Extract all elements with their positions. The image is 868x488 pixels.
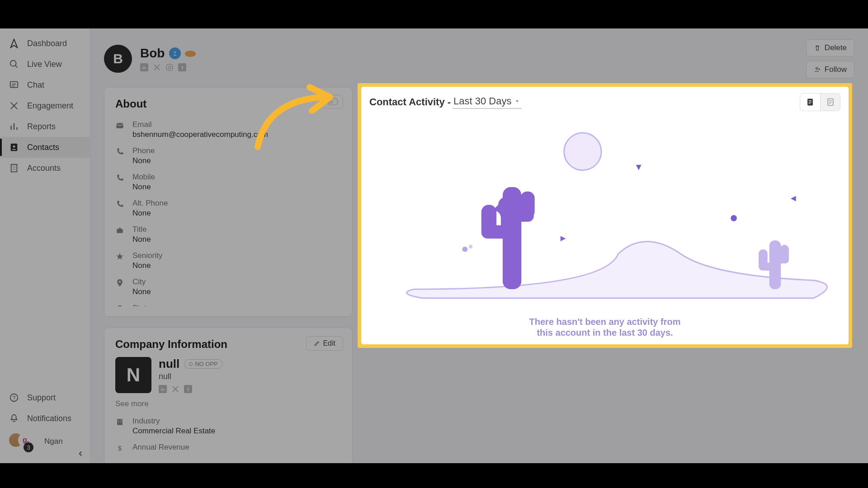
sidebar-item-chat[interactable]: Chat [0,75,90,95]
svg-text:in: in [161,387,165,392]
person-add-icon [814,66,821,73]
field-seniority: SeniorityNone [115,248,341,274]
contact-name-row: Bob [140,46,196,61]
follow-button-label: Follow [825,65,847,74]
globe-search-icon [8,59,20,69]
svg-text:f: f [181,65,183,70]
svg-point-12 [168,66,171,69]
company-edit-button[interactable]: Edit [306,336,343,351]
activity-view-list-button[interactable] [800,94,820,111]
company-card: Company Information Edit N null [104,328,353,463]
svg-point-17 [329,99,334,104]
empty-state-text: There hasn't been any activity from this… [369,316,840,338]
sidebar-item-label: Live View [27,60,62,69]
svg-rect-40 [512,209,534,222]
about-card: About Email bshennum@cooperativecomputin… [104,87,353,317]
sidebar-item-notifications[interactable]: Notifications [0,408,90,429]
chat-icon [8,80,20,90]
sidebar-item-label: Accounts [27,164,61,173]
see-more-link[interactable]: See more [115,399,341,408]
field-label: Email [132,120,341,129]
linkedin-icon[interactable]: in [140,63,148,71]
company-avatar: N [115,357,151,393]
dollar-icon: $ [115,443,127,453]
sidebar-item-accounts[interactable]: Accounts [0,158,90,178]
sidebar-item-label: Contacts [27,143,59,152]
sidebar-item-contacts[interactable]: Contacts [0,137,90,158]
email-icon [115,120,127,130]
svg-rect-43 [759,263,774,271]
linkedin-icon[interactable]: in [159,385,167,393]
phone-icon [115,173,127,183]
svg-point-21 [119,281,121,282]
svg-rect-1 [10,82,18,88]
svg-point-46 [731,215,737,221]
svg-text:?: ? [13,395,16,401]
no-opp-chip: NO OPP [184,359,223,369]
activity-card: Contact Activity - Last 30 Days [361,87,849,344]
delete-button-label: Delete [825,43,847,52]
company-subname: null [159,372,223,381]
svg-rect-11 [166,64,173,70]
contact-avatar: B [104,45,132,73]
barchart-icon [8,122,20,131]
sidebar-item-liveview[interactable]: Live View [0,54,90,75]
sidebar-item-support[interactable]: ? Support [0,387,90,408]
x-twitter-icon[interactable] [153,63,161,71]
instagram-icon[interactable] [165,63,174,71]
about-title: About [115,98,341,110]
svg-point-8 [185,51,196,57]
building-icon [115,417,127,427]
about-edit-button[interactable] [322,95,343,108]
svg-rect-45 [774,256,789,263]
svg-text:$: $ [118,444,122,452]
sidebar-item-label: Support [27,393,56,403]
field-email: Email bshennum@cooperativecomputing.com [115,117,341,143]
contact-header: B Bob in f [90,28,868,83]
sidebar-item-dashboard[interactable]: Dashboard [0,33,90,54]
contacts-icon [8,142,20,152]
svg-point-7 [175,52,176,53]
svg-rect-29 [121,420,122,421]
sidebar-item-engagement[interactable]: Engagement [0,95,90,116]
activity-range-dropdown[interactable]: Last 30 Days [453,95,521,109]
svg-rect-20 [119,228,121,229]
delete-button[interactable]: Delete [806,39,854,56]
activity-card-highlight: Contact Activity - Last 30 Days [358,83,852,348]
field-altphone: Alt. PhoneNone [115,195,341,221]
facebook-icon[interactable]: f [178,63,186,71]
svg-point-35 [564,133,602,170]
facebook-icon[interactable]: f [184,385,192,393]
phone-icon [115,199,127,209]
activity-header: Contact Activity - Last 30 Days [369,93,840,111]
collapse-sidebar-button[interactable] [76,450,85,458]
field-city: CityNone [115,274,341,300]
bell-icon [8,413,20,423]
engagement-icon [8,101,20,111]
user-name: Ngan [44,437,63,446]
trash-icon [814,44,821,52]
field-phone: PhoneNone [115,143,341,169]
chevron-down-icon [514,99,520,104]
salesforce-cloud-icon [184,49,196,57]
field-revenue: $ Annual Revenue [115,439,341,456]
svg-rect-28 [118,420,119,421]
svg-rect-19 [117,229,123,233]
location-icon [115,304,127,306]
document-alt-icon [826,98,835,107]
sidebar-item-reports[interactable]: Reports [0,116,90,137]
sidebar-item-label: Notifications [27,414,71,423]
sidebar-item-label: Reports [27,122,56,131]
phone-icon [115,146,127,156]
activity-view-grid-button[interactable] [820,94,840,111]
follow-button[interactable]: Follow [806,61,854,78]
star-icon [115,251,127,261]
activity-view-toggle [800,93,840,111]
sidebar-item-label: Chat [27,80,44,90]
field-industry: IndustryCommercial Real Estate [115,413,341,439]
x-twitter-icon[interactable] [171,385,179,393]
svg-rect-18 [117,123,123,128]
briefcase-icon [115,225,127,235]
social-icons: in f [140,63,196,71]
company-name-row: null NO OPP [159,357,223,371]
